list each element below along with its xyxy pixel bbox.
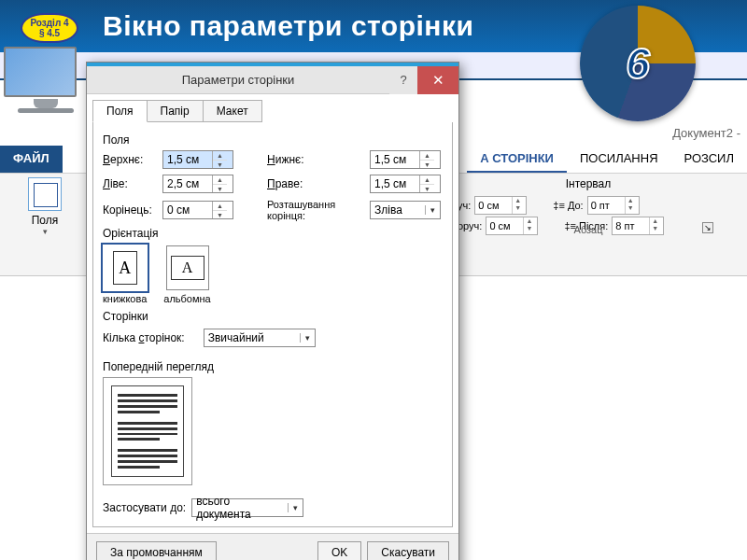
gutter-label: Корінець:: [103, 203, 162, 217]
paragraph-spacing-group: Інтервал уч: 0 см▲▼ ‡≡ До: 0 пт▲▼ оруч: …: [458, 174, 719, 237]
dialog-footer: За промовчанням OK Скасувати: [87, 533, 458, 560]
orientation-landscape[interactable]: A альбомна: [163, 245, 210, 304]
tab-fields[interactable]: Поля: [92, 100, 148, 122]
margin-bottom-input[interactable]: ▲▼: [370, 150, 441, 169]
space-before-input[interactable]: 0 пт▲▼: [587, 196, 640, 215]
paragraph-dialog-launcher[interactable]: ↘: [702, 222, 713, 233]
tab-file[interactable]: ФАЙЛ: [0, 146, 63, 173]
indent-right-input[interactable]: 0 см▲▼: [486, 217, 538, 235]
chevron-down-icon: ▾: [43, 227, 48, 236]
dialog-titlebar[interactable]: Параметри сторінки ? ✕: [87, 66, 458, 94]
apply-to-select[interactable]: всього документа▾: [191, 498, 303, 517]
orientation-landscape-label: альбомна: [163, 293, 210, 304]
dialog-pane: Поля Верхнє: ▲▼ Нижнє: ▲▼ Ліве: ▲▼ Праве…: [92, 122, 453, 527]
paragraph-section-label: Абзац: [574, 224, 603, 235]
dialog-title: Параметри сторінки: [87, 66, 389, 93]
apply-to-label: Застосувати до:: [103, 501, 186, 514]
margin-top-input[interactable]: ▲▼: [162, 150, 233, 169]
ok-button[interactable]: OK: [317, 541, 361, 561]
pages-section-label: Сторінки: [103, 310, 443, 323]
margin-bottom-label: Нижнє:: [267, 153, 370, 166]
multipage-label: Кілька сторінок:: [103, 331, 185, 344]
gutter-pos-label: Розташування корінця:: [267, 199, 370, 221]
indent-left-input[interactable]: 0 см▲▼: [474, 196, 527, 215]
space-before-label: ‡≡ До:: [553, 200, 583, 211]
tab-layout[interactable]: Макет: [203, 100, 262, 122]
margin-left-input[interactable]: ▲▼: [162, 175, 233, 193]
margins-label: Поля: [32, 214, 59, 227]
preview-box: [103, 377, 192, 485]
margins-dropdown[interactable]: Поля ▾: [28, 177, 62, 236]
multipage-select[interactable]: Звичайний▾: [204, 329, 316, 347]
indent-left-label: уч:: [458, 200, 471, 211]
space-after-input[interactable]: 8 пт▲▼: [612, 217, 664, 235]
gutter-pos-select[interactable]: Зліва▾: [370, 201, 441, 219]
close-button[interactable]: ✕: [417, 66, 458, 94]
margin-left-label: Ліве:: [103, 177, 162, 190]
dialog-tabs: Поля Папір Макет: [87, 94, 458, 122]
slide-number: 6: [626, 38, 650, 89]
chapter-badge: Розділ 4 § 4.5: [21, 13, 78, 43]
margin-right-input[interactable]: ▲▼: [370, 175, 441, 193]
help-button[interactable]: ?: [389, 66, 417, 94]
margin-right-label: Праве:: [267, 177, 370, 190]
document-title: Документ2 -: [672, 126, 740, 140]
orientation-portrait[interactable]: A книжкова: [103, 245, 147, 304]
tab-references[interactable]: ПОСИЛАННЯ: [567, 146, 671, 173]
preview-section-label: Попередній перегляд: [103, 360, 443, 373]
default-button[interactable]: За промовчанням: [96, 541, 217, 561]
orientation-portrait-label: книжкова: [103, 293, 147, 304]
preview-page-icon: [111, 385, 184, 477]
margins-section-label: Поля: [103, 133, 443, 147]
page-setup-dialog: Параметри сторінки ? ✕ Поля Папір Макет …: [86, 62, 459, 560]
slide-number-badge: 6: [580, 6, 696, 121]
margins-icon: [28, 177, 62, 211]
orientation-section-label: Орієнтація: [103, 227, 443, 240]
slide-title: Вікно параметри сторінки: [103, 10, 473, 42]
tab-paper[interactable]: Папір: [147, 100, 204, 122]
indent-right-label: оруч:: [458, 220, 482, 231]
gutter-input[interactable]: ▲▼: [162, 201, 233, 219]
monitor-graphic: [4, 47, 88, 119]
chapter-line1: Розділ 4: [30, 18, 68, 28]
spacing-header: Інтервал: [458, 174, 719, 194]
margin-top-label: Верхнє:: [103, 153, 162, 166]
tab-mailings[interactable]: РОЗСИЛ: [671, 146, 747, 173]
chapter-line2: § 4.5: [39, 28, 60, 38]
tab-page-layout[interactable]: А СТОРІНКИ: [467, 146, 567, 173]
cancel-button[interactable]: Скасувати: [367, 541, 449, 561]
